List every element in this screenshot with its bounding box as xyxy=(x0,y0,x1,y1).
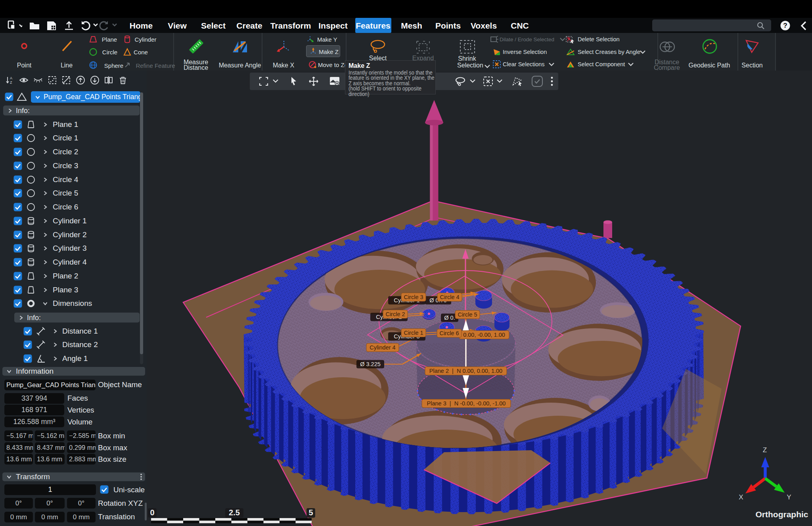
svg-text:Ø 0.: Ø 0. xyxy=(444,315,455,321)
svg-text:0.00, -0.00, 1.00: 0.00, -0.00, 1.00 xyxy=(463,332,505,338)
svg-text:Circle 3: Circle 3 xyxy=(404,294,423,300)
svg-text:Plane 3 | N -0.00, -0.00, -1: Plane 3 | N -0.00, -0.00, -1.00 xyxy=(427,400,506,407)
svg-text:Orthographic: Orthographic xyxy=(755,510,808,519)
svg-text:Circle 4: Circle 4 xyxy=(440,294,459,300)
svg-text:2.5: 2.5 xyxy=(229,508,240,517)
svg-text:?: ? xyxy=(783,22,787,29)
svg-text:Z: Z xyxy=(763,446,767,454)
svg-text:5: 5 xyxy=(308,508,313,517)
svg-text:A: A xyxy=(10,76,12,80)
svg-text:Circle 2: Circle 2 xyxy=(385,311,405,317)
svg-text:0: 0 xyxy=(150,508,154,517)
svg-text:Circle 5: Circle 5 xyxy=(458,311,477,318)
svg-text:Y: Y xyxy=(787,493,791,501)
svg-text:Cylinder 4: Cylinder 4 xyxy=(370,344,395,351)
svg-text:Ø 3.225: Ø 3.225 xyxy=(360,361,381,367)
svg-text:Z: Z xyxy=(10,81,12,84)
svg-text:Plane 2 | N 0.00, 0.00, 1.00: Plane 2 | N 0.00, 0.00, 1.00 xyxy=(429,368,502,374)
svg-text:Circle 1: Circle 1 xyxy=(404,330,423,336)
svg-text:X: X xyxy=(739,493,743,501)
svg-text:Circle 6: Circle 6 xyxy=(439,330,459,336)
